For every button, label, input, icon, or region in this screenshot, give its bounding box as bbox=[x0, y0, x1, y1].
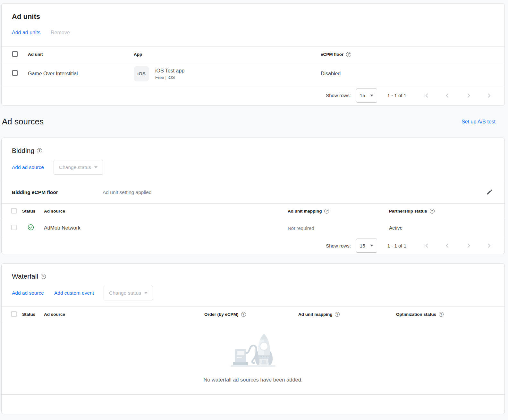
bidding-change-status-label: Change status bbox=[59, 164, 91, 170]
first-page-icon[interactable] bbox=[423, 242, 429, 249]
ad-units-actions: Add ad units Remove bbox=[12, 30, 494, 36]
add-custom-event-button[interactable]: Add custom event bbox=[54, 290, 94, 296]
ad-units-card-head: Ad units Add ad units Remove bbox=[2, 4, 504, 46]
ad-units-card: Ad units Add ad units Remove Ad unit App… bbox=[1, 3, 505, 106]
show-rows-label: Show rows: bbox=[326, 243, 351, 248]
pagination-range: 1 - 1 of 1 bbox=[387, 243, 406, 248]
bidding-actions: Add ad source Change status bbox=[12, 160, 494, 175]
ad-sources-section-bar: Ad sources Set up A/B test bbox=[1, 106, 505, 138]
bidding-ecpm-floor-row: Bidding eCPM floor Ad unit setting appli… bbox=[2, 181, 504, 203]
waterfall-mapping-help-icon[interactable]: ? bbox=[335, 312, 340, 317]
edit-ecpm-floor-button[interactable] bbox=[485, 187, 494, 197]
add-ad-units-button[interactable]: Add ad units bbox=[12, 30, 40, 36]
show-rows-label: Show rows: bbox=[326, 93, 351, 98]
ad-unit-table-row: Game Over Interstitial iOS iOS Test app … bbox=[2, 62, 504, 85]
bidding-mapping-column-label: Ad unit mapping bbox=[288, 209, 322, 214]
select-all-ad-units-checkbox[interactable] bbox=[12, 51, 18, 57]
waterfall-card-footer bbox=[2, 394, 504, 414]
ecpm-floor-value: Disabled bbox=[321, 71, 504, 77]
bidding-add-ad-source-button[interactable]: Add ad source bbox=[12, 164, 44, 170]
previous-page-icon[interactable] bbox=[444, 92, 451, 99]
ios-app-icon: iOS bbox=[134, 66, 149, 81]
bidding-row-checkbox[interactable] bbox=[11, 225, 17, 230]
first-page-icon[interactable] bbox=[423, 92, 429, 99]
optimization-status-help-icon[interactable]: ? bbox=[439, 312, 444, 317]
previous-page-icon[interactable] bbox=[444, 242, 451, 249]
ad-unit-column-label: Ad unit bbox=[28, 52, 43, 57]
pencil-icon bbox=[486, 189, 493, 196]
rows-per-page-value: 15 bbox=[360, 243, 365, 248]
bidding-status-column-label: Status bbox=[22, 209, 35, 214]
waterfall-status-column-header: Status bbox=[22, 312, 44, 317]
waterfall-mapping-column-header: Ad unit mapping ? bbox=[298, 312, 396, 317]
bidding-table-header: Status Ad source Ad unit mapping ? Partn… bbox=[2, 203, 504, 219]
bidding-help-icon[interactable]: ? bbox=[37, 148, 42, 153]
waterfall-add-ad-source-button[interactable]: Add ad source bbox=[12, 290, 44, 296]
partnership-status-help-icon[interactable]: ? bbox=[430, 209, 435, 214]
waterfall-title: Waterfall bbox=[12, 272, 38, 281]
setup-ab-test-link[interactable]: Set up A/B test bbox=[461, 119, 495, 125]
ecpm-floor-column-label: eCPM floor bbox=[321, 52, 343, 57]
pagination-range: 1 - 1 of 1 bbox=[387, 93, 406, 98]
change-status-dropdown-icon bbox=[144, 292, 148, 294]
rows-per-page-value: 15 bbox=[360, 93, 365, 98]
waterfall-ad-source-column-header: Ad source bbox=[44, 312, 204, 317]
bidding-title: Bidding bbox=[12, 146, 34, 155]
partnership-status-column-header: Partnership status ? bbox=[389, 209, 504, 214]
app-text: iOS Test app Free | iOS bbox=[155, 67, 184, 80]
optimization-status-column-header: Optimization status ? bbox=[396, 312, 504, 317]
partnership-status-column-label: Partnership status bbox=[389, 209, 427, 214]
ad-units-title: Ad units bbox=[12, 13, 494, 21]
rows-per-page-select[interactable]: 15 bbox=[356, 88, 377, 103]
ad-units-header-checkbox-cell bbox=[2, 51, 28, 58]
ecpm-floor-column-header: eCPM floor ? bbox=[321, 52, 504, 57]
waterfall-title-row: Waterfall ? bbox=[12, 272, 494, 281]
waterfall-change-status-label: Change status bbox=[109, 290, 141, 296]
app-column-header: App bbox=[134, 52, 321, 57]
select-all-waterfall-checkbox[interactable] bbox=[11, 311, 17, 317]
bidding-ad-source-name: AdMob Network bbox=[44, 225, 288, 231]
ad-unit-name: Game Over Interstitial bbox=[28, 71, 134, 77]
bidding-mapping-value: Not required bbox=[288, 225, 389, 231]
waterfall-help-icon[interactable]: ? bbox=[41, 274, 46, 279]
bidding-mapping-column-header: Ad unit mapping ? bbox=[288, 209, 389, 214]
bidding-row-checkbox-cell bbox=[2, 225, 22, 231]
app-column-label: App bbox=[134, 52, 142, 57]
order-column-header: Order (by eCPM) ? bbox=[204, 312, 298, 317]
ad-unit-row-checkbox[interactable] bbox=[12, 70, 18, 76]
select-dropdown-icon bbox=[370, 95, 373, 97]
remove-ad-units-button: Remove bbox=[51, 30, 70, 36]
waterfall-ad-source-column-label: Ad source bbox=[44, 312, 65, 317]
bidding-title-row: Bidding ? bbox=[12, 146, 494, 155]
select-dropdown-icon bbox=[370, 245, 373, 247]
waterfall-status-column-label: Status bbox=[22, 312, 35, 317]
bidding-card-head: Bidding ? Add ad source Change status bbox=[2, 138, 504, 181]
next-page-icon[interactable] bbox=[465, 92, 472, 99]
bidding-ad-source-column-header: Ad source bbox=[44, 209, 288, 214]
change-status-dropdown-icon bbox=[94, 166, 97, 168]
partnership-status-value: Active bbox=[389, 225, 504, 231]
mediation-group-page: Ad units Add ad units Remove Ad unit App… bbox=[0, 0, 508, 414]
ad-units-table-header: Ad unit App eCPM floor ? bbox=[2, 46, 504, 62]
select-all-bidding-checkbox[interactable] bbox=[11, 208, 17, 214]
app-name: iOS Test app bbox=[155, 67, 184, 74]
last-page-icon[interactable] bbox=[487, 242, 493, 249]
next-page-icon[interactable] bbox=[465, 242, 472, 249]
order-help-icon[interactable]: ? bbox=[241, 312, 246, 317]
ad-unit-column-header: Ad unit bbox=[28, 52, 134, 57]
waterfall-table-header: Status Ad source Order (by eCPM) ? Ad un… bbox=[2, 307, 504, 322]
ad-unit-mapping-help-icon[interactable]: ? bbox=[324, 209, 329, 214]
ad-unit-row-checkbox-cell bbox=[2, 70, 28, 77]
waterfall-card: Waterfall ? Add ad source Add custom eve… bbox=[1, 263, 505, 414]
waterfall-header-checkbox-cell bbox=[2, 311, 22, 318]
pager-controls bbox=[423, 242, 493, 249]
order-column-label: Order (by eCPM) bbox=[204, 312, 239, 317]
waterfall-empty-state: No waterfall ad sources have been added. bbox=[2, 322, 504, 394]
last-page-icon[interactable] bbox=[487, 92, 493, 99]
ecpm-floor-help-icon[interactable]: ? bbox=[346, 52, 351, 57]
ad-sources-title: Ad sources bbox=[2, 117, 44, 127]
bidding-ad-source-column-label: Ad source bbox=[44, 209, 65, 214]
rows-per-page-select[interactable]: 15 bbox=[356, 239, 377, 253]
waterfall-actions: Add ad source Add custom event Change st… bbox=[12, 286, 494, 300]
bidding-header-checkbox-cell bbox=[2, 208, 22, 214]
